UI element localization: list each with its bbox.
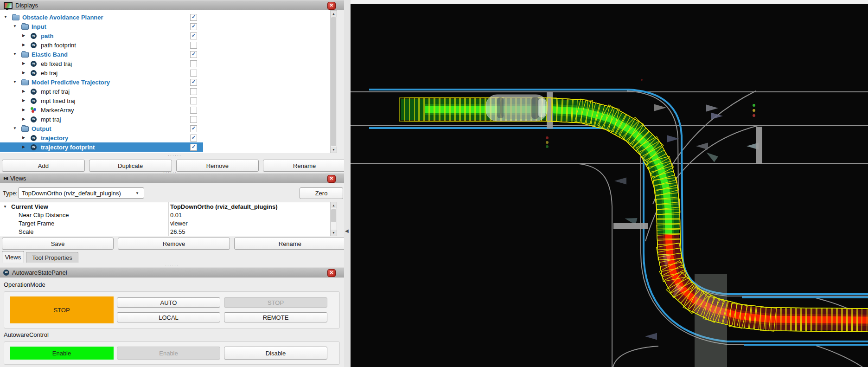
enable-checkbox[interactable]: ✓ [190, 144, 197, 151]
collapse-icon[interactable]: ▼ [13, 52, 17, 56]
expand-icon[interactable]: ▶ [22, 71, 25, 75]
tree-row-mpt-fixed-traj[interactable]: ▶wmpt fixed traj [0, 96, 330, 105]
tree-row-path[interactable]: ▶wpath✓ [0, 31, 330, 40]
autoware-icon: w [31, 116, 37, 122]
ego-vehicle-windshield [531, 97, 539, 119]
views-close-icon[interactable]: ✕ [327, 175, 336, 183]
disable-button[interactable]: Disable [224, 347, 327, 360]
scroll-thumb[interactable] [331, 17, 336, 146]
expand-icon[interactable]: ▶ [22, 61, 25, 65]
views-panel-header[interactable]: ▶▮ Views ✕ [0, 173, 344, 183]
tree-item-label: trajectory footprint [41, 144, 95, 151]
splitter-dots[interactable]: ······ [168, 155, 182, 156]
autoware-control-status: Enable [10, 347, 114, 360]
view-remove-button[interactable]: Remove [118, 238, 230, 250]
property-row[interactable]: Scale26.55 [0, 227, 330, 236]
tree-row-eb-fixed-traj[interactable]: ▶web fixed traj [0, 59, 330, 68]
scroll-thumb[interactable] [331, 209, 336, 222]
tree-row-model-predictive-trajectory[interactable]: ▼Model Predictive Trajectory✓ [0, 77, 330, 87]
enable-button[interactable]: Enable [117, 347, 220, 360]
display-add-button[interactable]: Add [2, 160, 85, 172]
enable-checkbox[interactable]: ✓ [190, 23, 197, 30]
expand-icon[interactable]: ▶ [22, 117, 25, 121]
view-save-button[interactable]: Save [2, 238, 114, 250]
expand-icon[interactable]: ▶ [22, 33, 25, 38]
enable-checkbox[interactable]: ✓ [190, 14, 197, 21]
enable-checkbox[interactable] [190, 60, 197, 67]
enable-checkbox[interactable]: ✓ [190, 135, 197, 142]
displays-close-icon[interactable]: ✕ [327, 2, 336, 10]
view-type-select[interactable]: TopDownOrtho (rviz_default_plugins) ▼ [18, 187, 144, 199]
view-rename-button[interactable]: Rename [234, 238, 346, 250]
enable-checkbox[interactable] [190, 107, 197, 114]
tree-item-label: Input [32, 23, 46, 30]
display-duplicate-button[interactable]: Duplicate [89, 160, 172, 172]
scroll-up-icon[interactable]: ▲ [331, 11, 337, 17]
tree-row-mpt-traj[interactable]: ▶wmpt traj [0, 115, 330, 124]
enable-checkbox[interactable] [190, 116, 197, 123]
enable-checkbox[interactable] [190, 42, 197, 49]
expand-icon[interactable]: ▶ [22, 108, 25, 112]
collapse-icon[interactable]: ▼ [13, 80, 17, 84]
expand-icon[interactable]: ▶ [22, 145, 25, 149]
tree-row-obstacle-avoidance-planner[interactable]: ▼Obstacle Avoidance Planner✓ [0, 13, 330, 22]
enable-checkbox[interactable] [190, 70, 197, 77]
tree-row-eb-traj[interactable]: ▶web traj [0, 68, 330, 77]
collapse-icon[interactable]: ▼ [4, 15, 7, 19]
tab-views[interactable]: Views [2, 251, 24, 263]
tree-row-path-footprint[interactable]: ▶wpath footprint [0, 40, 330, 50]
views-table-scrollbar[interactable]: ▲ ▼ [330, 202, 337, 236]
collapse-icon[interactable]: ▼ [13, 24, 17, 28]
scroll-down-icon[interactable]: ▼ [331, 230, 337, 236]
autoware-icon: w [31, 135, 37, 141]
tree-row-elastic-band[interactable]: ▼Elastic Band✓ [0, 50, 330, 59]
current-view-table[interactable]: ▼Current ViewTopDownOrtho (rviz_default_… [0, 202, 330, 237]
zero-button[interactable]: Zero [300, 187, 343, 199]
folder-icon [21, 52, 29, 58]
property-value[interactable]: 26.55 [170, 228, 185, 235]
display-rename-button[interactable]: Rename [263, 160, 346, 172]
scroll-down-icon[interactable]: ▼ [331, 147, 337, 153]
tree-row-output[interactable]: ▼Output✓ [0, 124, 330, 133]
displays-tree-scrollbar[interactable]: ▲ ▼ [330, 10, 337, 153]
enable-checkbox[interactable] [190, 88, 197, 95]
expand-icon[interactable]: ▶ [22, 43, 25, 47]
property-row[interactable]: Near Clip Distance0.01 [0, 211, 330, 219]
expand-icon[interactable]: ▶ [22, 98, 25, 103]
tree-row-mpt-ref-traj[interactable]: ▶wmpt ref traj [0, 87, 330, 96]
remote-button[interactable]: REMOTE [224, 312, 327, 322]
tree-row-input[interactable]: ▼Input✓ [0, 22, 330, 31]
property-value[interactable]: TopDownOrtho (rviz_default_plugins) [170, 203, 278, 210]
collapse-left-icon[interactable]: ◀ [345, 228, 349, 233]
autoware-icon: w [31, 33, 37, 39]
stop-button[interactable]: STOP [224, 297, 327, 308]
splitter-dots[interactable]: ······ [165, 264, 179, 266]
render-view[interactable] [351, 0, 868, 367]
tree-row-trajectory[interactable]: ▶wtrajectory✓ [0, 133, 330, 142]
collapse-icon[interactable]: ▼ [13, 126, 17, 130]
enable-checkbox[interactable]: ✓ [190, 125, 197, 132]
autoware-panel-header[interactable]: w AutowareStatePanel ✕ [0, 267, 344, 277]
property-value[interactable]: 0.01 [170, 212, 182, 219]
expand-icon[interactable]: ▶ [22, 135, 25, 140]
enable-checkbox[interactable]: ✓ [190, 79, 197, 86]
tree-row-trajectory-footprint[interactable]: ▶wtrajectory footprint✓ [0, 142, 203, 152]
property-row[interactable]: Target Frameviewer [0, 219, 330, 227]
enable-checkbox[interactable]: ✓ [190, 51, 197, 58]
enable-checkbox[interactable] [190, 97, 197, 104]
lane-line [816, 346, 862, 367]
scroll-up-icon[interactable]: ▲ [331, 202, 337, 208]
property-value[interactable]: viewer [170, 220, 188, 227]
tree-row-markerarray[interactable]: ▶MarkerArray [0, 105, 330, 115]
expand-icon[interactable]: ▶ [22, 89, 25, 93]
display-remove-button[interactable]: Remove [176, 160, 259, 172]
panel-splitter[interactable]: ◀ [344, 0, 351, 367]
autoware-close-icon[interactable]: ✕ [327, 269, 336, 277]
displays-panel-header[interactable]: Displays ✕ [0, 0, 344, 10]
property-row[interactable]: ▼Current ViewTopDownOrtho (rviz_default_… [0, 202, 330, 211]
auto-button[interactable]: AUTO [117, 297, 220, 308]
local-button[interactable]: LOCAL [117, 312, 220, 322]
enable-checkbox[interactable]: ✓ [190, 32, 197, 39]
stop-line [613, 223, 648, 229]
tab-tool-properties[interactable]: Tool Properties [26, 252, 78, 263]
